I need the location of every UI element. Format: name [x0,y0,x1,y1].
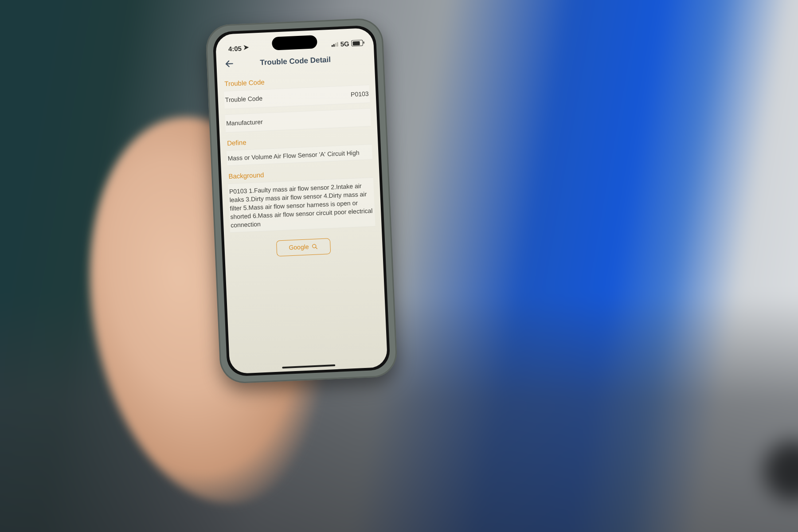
background-text: P0103 1.Faulty mass air flow sensor 2.In… [228,177,376,233]
home-indicator[interactable] [282,364,335,368]
trouble-code-key: Trouble Code [225,94,263,105]
location-icon: ➤ [243,43,249,52]
phone-case: 4:05 ➤ 5G Trouble Code Detail Trouble Co… [205,18,398,384]
manufacturer-value [370,113,370,121]
arrow-left-icon [224,59,235,69]
google-button[interactable]: Google [276,238,331,256]
back-button[interactable] [223,59,236,70]
battery-icon [351,40,363,47]
trouble-code-value: P0103 [351,90,369,99]
manufacturer-key: Manufacturer [226,118,263,128]
cell-signal-icon [332,42,338,47]
content: Trouble Code Trouble Code P0103 Manufact… [217,67,383,259]
dynamic-island [272,35,317,50]
phone-screen: 4:05 ➤ 5G Trouble Code Detail Trouble Co… [215,28,387,374]
google-button-label: Google [289,243,309,252]
status-time: 4:05 [228,44,242,52]
network-label: 5G [340,39,349,47]
phone-bezel: 4:05 ➤ 5G Trouble Code Detail Trouble Co… [212,25,391,376]
search-icon [311,243,318,250]
